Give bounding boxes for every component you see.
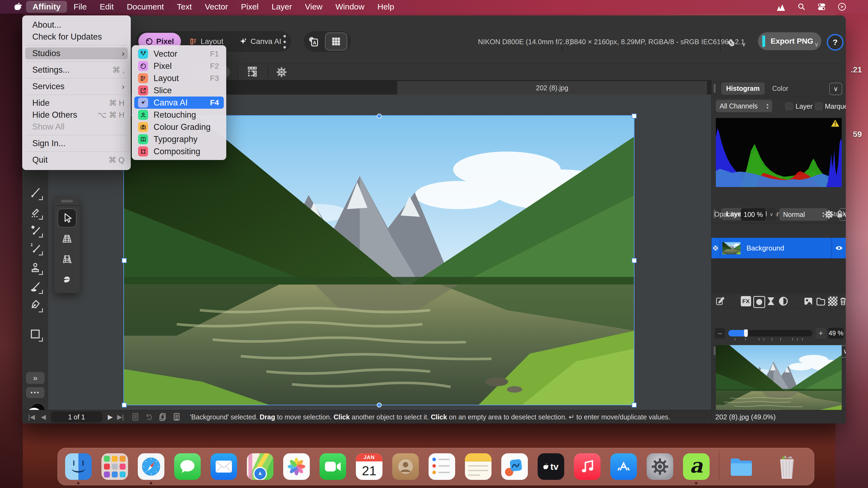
expand-tools-button[interactable]: » [26,372,44,384]
paint-brush-tool[interactable] [29,186,42,199]
first-page-button[interactable]: |◀ [28,413,35,421]
menubar-item-file[interactable]: File [67,0,93,13]
control-center-icon[interactable] [817,3,826,11]
mesh-warp-tool[interactable] [58,250,76,268]
menubar-item-view[interactable]: View [299,0,329,13]
zoom-out-button[interactable]: – [715,328,725,338]
opacity-field[interactable]: 100 % [741,208,766,221]
palette-drag-handle[interactable] [61,200,73,202]
menu-item-settings[interactable]: Settings...⌘ , [23,64,130,76]
menu-item-services[interactable]: Services› [23,80,130,93]
selection-handle-se[interactable] [632,402,637,408]
dock-downloads-folder-icon[interactable] [728,453,755,480]
menu-item-quit[interactable]: Quit⌘ Q [23,154,130,166]
clock-icon[interactable] [838,2,846,11]
channel-select[interactable]: All Channels ▴▾ [716,100,772,112]
apple-menu-icon[interactable] [14,2,22,12]
submenu-item-colour-grading[interactable]: Colour Grading [134,121,224,133]
layer-row-background[interactable]: Background [712,238,846,258]
dock-finder-icon[interactable] [65,453,92,480]
move-tool[interactable] [58,209,76,227]
lock-icon[interactable] [836,210,844,219]
menubar-item-vector[interactable]: Vector [198,0,235,13]
menubar-item-layer[interactable]: Layer [265,0,299,13]
menu-item-hide-others[interactable]: Hide Others⌥ ⌘ H [23,109,130,121]
dock-freeform-icon[interactable] [501,453,528,480]
document-tab[interactable]: 202 (8).jpg [397,81,707,95]
layer-checkbox[interactable] [785,102,793,110]
new-image-icon[interactable] [803,296,813,306]
opacity-dropdown-chevron[interactable]: ∨ [767,208,776,221]
menu-item-about[interactable]: About... [23,19,130,31]
delete-trash-icon[interactable] [839,296,846,306]
selection-handle-n[interactable] [377,113,382,119]
marquee-checkbox[interactable] [815,102,823,110]
dock-messages-icon[interactable] [174,453,201,480]
selection-handle-w[interactable] [122,258,127,263]
smudge-brush-tool[interactable] [29,241,42,254]
panel-grip[interactable] [714,347,716,355]
submenu-item-slice[interactable]: Slice [134,84,224,97]
dock-launchpad-icon[interactable] [101,453,128,480]
export-dropdown-chevron[interactable]: ∨ [814,41,818,48]
mask-layer-icon[interactable] [753,296,765,308]
character-panel-icon[interactable]: A [308,35,319,47]
menu-item-hide[interactable]: Hide⌘ H [23,97,130,109]
submenu-item-pixel[interactable]: PixelF2 [134,60,224,72]
dock-system-settings-icon[interactable] [647,453,673,480]
panel-grip[interactable] [714,84,716,93]
tab-color[interactable]: Color [772,85,788,93]
menubar-item-document[interactable]: Document [120,0,170,13]
dock-photos-icon[interactable] [283,453,310,480]
context-gear-icon[interactable] [276,67,287,77]
live-filter-icon[interactable] [778,296,788,306]
menubar-item-pixel[interactable]: Pixel [235,0,265,13]
zoom-slider-handle[interactable] [744,329,748,337]
zoom-slider-track[interactable] [728,330,812,336]
menubar-item-edit[interactable]: Edit [93,0,120,13]
menubar-item-window[interactable]: Window [329,0,371,13]
persona-canva-ai-button[interactable]: Canva AI [232,33,288,50]
submenu-item-compositing[interactable]: Compositing [134,145,224,158]
submenu-item-canva-ai[interactable]: Canva AIF4 [134,97,224,109]
dock-reminders-icon[interactable] [429,453,455,480]
list-icon[interactable] [173,412,181,422]
dock-music-icon[interactable] [574,453,600,480]
spotlight-search-icon[interactable] [798,3,806,11]
edit-compose-icon[interactable] [715,296,725,306]
duplicate-icon[interactable] [158,412,167,422]
persona-more-menu-button[interactable] [283,35,286,48]
dock-trash-icon[interactable] [774,453,800,480]
dock-notes-icon[interactable] [465,453,492,480]
prev-page-button[interactable]: ◀ [41,413,46,421]
menubar-item-help[interactable]: Help [371,0,401,13]
affinity-logo-icon[interactable] [776,3,786,11]
dock-mail-icon[interactable] [211,453,237,480]
dock-contacts-icon[interactable] [392,453,419,480]
pen-tool[interactable] [29,298,42,311]
selection-handle-e[interactable] [632,258,637,263]
rotate-icon[interactable] [145,413,153,421]
panel-collapse-button[interactable]: ∨ [829,83,842,95]
dock-affinity-icon[interactable]: a [683,453,710,480]
zoom-value-field[interactable]: 49 % [828,328,844,338]
selection-handle-s[interactable] [377,402,382,408]
dock-maps-icon[interactable] [247,453,273,480]
dock-calendar-icon[interactable]: JAN 21 [356,453,382,480]
layer-checker-icon[interactable] [713,246,718,251]
next-page-button[interactable]: ▶ [108,413,113,421]
selection-box-icon[interactable] [246,66,258,78]
dock-facetime-icon[interactable] [319,453,346,480]
submenu-item-layout[interactable]: LayoutF3 [134,72,224,84]
selection-handle-ne[interactable] [632,113,637,119]
perspective-tool[interactable] [58,230,76,248]
clone-stamp-tool[interactable] [29,261,42,274]
blur-smear-tool[interactable] [29,280,42,293]
zoom-in-button[interactable]: + [816,328,826,338]
shape-rectangle-tool[interactable] [29,327,42,340]
tab-histogram[interactable]: Histogram [721,83,765,95]
layer-visibility-eye-icon[interactable] [835,246,843,251]
help-button[interactable]: ? [827,34,844,51]
dock-app-store-icon[interactable] [610,453,637,480]
blend-mode-select[interactable]: Normal ▴▾ [779,208,828,221]
